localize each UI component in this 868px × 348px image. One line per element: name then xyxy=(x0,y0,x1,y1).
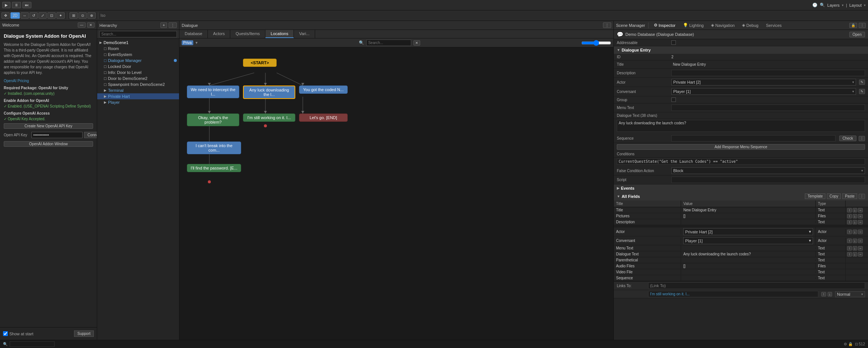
openai-addon-btn[interactable]: OpenAI Addon Window xyxy=(4,141,93,147)
rect-tool[interactable]: ⊡ xyxy=(47,12,56,19)
tab-actors[interactable]: Actors xyxy=(208,30,230,38)
node-player3[interactable]: Let's go. [END] xyxy=(299,114,348,122)
field-btn-del-3[interactable]: − xyxy=(858,220,863,224)
support-btn[interactable]: Support xyxy=(74,330,94,337)
combo-tool[interactable]: ✦ xyxy=(56,12,65,19)
field-btn-del-2[interactable]: − xyxy=(858,214,863,218)
move-tool[interactable]: ↔ xyxy=(21,12,29,19)
links-up-btn[interactable]: ↑ xyxy=(821,292,826,296)
dialogue-canvas[interactable]: <START> We need to intercept the l... An… xyxy=(179,47,613,340)
openai-pricing-link[interactable]: OpenAI Pricing xyxy=(4,79,29,83)
menu-text-input[interactable] xyxy=(671,105,865,111)
paste-btn[interactable]: Paste xyxy=(842,193,857,199)
connect-btn[interactable]: Connect xyxy=(84,132,97,138)
dialogue-search-input[interactable] xyxy=(366,40,411,46)
conversant-edit-btn[interactable]: ✎ xyxy=(859,89,865,94)
hier-item-info-door[interactable]: □ Info: Door to Level xyxy=(97,69,179,75)
right-panel-lock-btn[interactable]: 🔒 xyxy=(849,23,857,28)
conversant-field-dropdown[interactable]: Player [1] ▾ xyxy=(683,237,813,244)
title-input[interactable] xyxy=(671,62,865,67)
normal-dropdown[interactable]: Normal ▾ xyxy=(835,291,865,297)
field-btn-down-dlgtext[interactable]: ↓ xyxy=(853,252,858,257)
dropdown-arrow-priva[interactable]: ▾ xyxy=(196,40,198,45)
sm-tab-navigation[interactable]: ◈ Navigation xyxy=(709,22,737,28)
actor-dropdown[interactable]: Private Hart [2] ▾ xyxy=(671,79,856,86)
layers-dropdown-arrow[interactable]: ▾ xyxy=(842,3,844,7)
hierarchy-search-input[interactable] xyxy=(99,31,177,37)
api-key-input[interactable] xyxy=(31,132,83,138)
sequence-more-btn[interactable]: ⋮ xyxy=(859,136,865,141)
conditions-input[interactable] xyxy=(617,158,865,165)
sm-tab-inspector[interactable]: ⚙ Inspector xyxy=(652,22,678,28)
node-npc2[interactable]: Any luck downloading the l... xyxy=(243,86,295,99)
tab-locations[interactable]: Locations xyxy=(265,30,294,38)
hier-item-eventsystem[interactable]: □ EventSystem xyxy=(97,52,179,58)
2d-view-btn[interactable]: 2D xyxy=(10,12,20,19)
actor-field-dropdown[interactable]: Private Hart [2] ▾ xyxy=(683,228,813,235)
group-checkbox[interactable] xyxy=(671,97,676,102)
transform-tool[interactable]: ✥ xyxy=(1,12,10,19)
sm-tab-lighting[interactable]: 💡 Lighting xyxy=(681,22,706,28)
tab-vari[interactable]: Vari... xyxy=(294,30,315,38)
pivot-btn[interactable]: ⊙ xyxy=(79,12,87,19)
script-input[interactable] xyxy=(671,177,865,183)
hierarchy-menu-btn[interactable]: ⋮ xyxy=(169,22,177,28)
links-target[interactable]: I'm still working on it. I... xyxy=(648,291,818,297)
node-npc1[interactable]: We need to intercept the l... xyxy=(187,86,239,98)
hier-item-room[interactable]: □ Room xyxy=(97,46,179,52)
layout-dropdown-arrow[interactable]: ▾ xyxy=(864,3,866,7)
hier-item-door2[interactable]: □ Door to DemoScene2 xyxy=(97,75,179,81)
field-btn-del-menu[interactable]: − xyxy=(858,246,863,251)
node-player1[interactable]: Okay, what's the problem? xyxy=(187,114,239,126)
center-btn[interactable]: ⊕ xyxy=(87,12,96,19)
dialogue-close-search[interactable]: ✕ xyxy=(413,40,420,46)
section-arrow[interactable]: ▼ xyxy=(617,48,620,52)
tab-quests[interactable]: Quests/Items xyxy=(230,30,265,38)
check-btn[interactable]: Check xyxy=(839,136,856,141)
node-player2[interactable]: I'm still working on it. I... xyxy=(243,114,295,122)
field-btn-down-menu[interactable]: ↓ xyxy=(853,246,858,251)
play-button[interactable]: ▶ xyxy=(2,2,10,8)
field-btn-del-dlgtext[interactable]: − xyxy=(858,252,863,257)
template-btn[interactable]: Template xyxy=(805,193,825,199)
description-input[interactable] xyxy=(671,70,865,76)
field-btn-up-3[interactable]: ↑ xyxy=(847,220,852,224)
field-btn-down-1[interactable]: ↓ xyxy=(853,208,858,212)
welcome-minimize-btn[interactable]: — xyxy=(78,22,86,28)
copy-btn[interactable]: Copy xyxy=(827,193,841,199)
field-btn-up-conv[interactable]: ↑ xyxy=(847,239,852,243)
node-npc4[interactable]: I can't break into the com... xyxy=(187,142,241,154)
addressable-checkbox[interactable] xyxy=(671,40,676,45)
field-btn-up-menu[interactable]: ↑ xyxy=(847,246,852,251)
all-fields-arrow[interactable]: ▼ xyxy=(617,195,620,198)
open-btn[interactable]: Open xyxy=(849,32,865,37)
field-btn-up-1[interactable]: ↑ xyxy=(847,208,852,212)
right-panel-more-btn[interactable]: ⋮ xyxy=(859,23,866,28)
dialogue-menu-btn[interactable]: ⋮ xyxy=(603,22,611,28)
hierarchy-add-btn[interactable]: + xyxy=(160,22,167,28)
field-btn-del-1[interactable]: − xyxy=(858,208,863,212)
hier-item-locked-door[interactable]: □ Locked Door xyxy=(97,63,179,69)
dialogue-text-input[interactable]: Any luck downloading the launch codes? xyxy=(617,120,865,132)
hier-item-terminal[interactable]: ▶ Terminal xyxy=(97,87,179,93)
hier-item-dialogue-manager[interactable]: □ Dialogue Manager xyxy=(97,58,179,63)
welcome-close-btn[interactable]: ✕ xyxy=(87,22,95,28)
create-key-btn[interactable]: Create New OpenAI API Key xyxy=(4,123,93,129)
node-player4[interactable]: I'll find the password. [E... xyxy=(187,164,241,172)
actor-edit-btn[interactable]: ✎ xyxy=(859,80,865,85)
show-at-start-label[interactable]: Show at start xyxy=(3,331,33,336)
field-btn-down-conv[interactable]: ↓ xyxy=(853,239,858,243)
conversant-dropdown[interactable]: Player [1] ▾ xyxy=(671,88,856,95)
field-btn-del-conv[interactable]: − xyxy=(858,239,863,243)
field-btn-up-actor[interactable]: ↑ xyxy=(847,230,852,234)
sm-tab-debug[interactable]: ◈ Debug xyxy=(740,22,760,28)
zoom-slider[interactable] xyxy=(581,40,611,46)
field-btn-down-3[interactable]: ↓ xyxy=(853,220,858,224)
field-btn-down-2[interactable]: ↓ xyxy=(853,214,858,218)
pause-button[interactable]: ⏸ xyxy=(12,2,21,8)
hier-item-spawnpoint[interactable]: □ Spawnpoint from DemoScene2 xyxy=(97,81,179,87)
step-button[interactable]: ⏭ xyxy=(22,2,31,8)
tab-database[interactable]: Database xyxy=(179,30,208,38)
snap-btn[interactable]: ⊞ xyxy=(70,12,78,19)
events-arrow[interactable]: ▶ xyxy=(617,186,619,190)
